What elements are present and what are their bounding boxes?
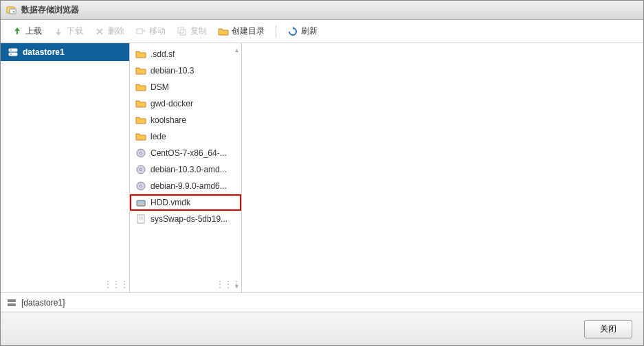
move-icon (135, 26, 146, 37)
file-icon (135, 214, 146, 224)
svg-point-9 (10, 54, 12, 55)
datastore-browser-icon (6, 5, 17, 16)
upload-label: 上载 (25, 25, 42, 37)
copy-label: 复制 (190, 25, 207, 37)
refresh-icon (287, 26, 298, 37)
file-name: sysSwap-ds-5db19... (151, 214, 227, 224)
svg-rect-6 (9, 49, 17, 51)
file-item[interactable]: DSM (130, 79, 241, 95)
file-item[interactable]: sysSwap-ds-5db19... (130, 211, 241, 227)
svg-point-2 (13, 10, 15, 12)
file-list-pane: ▴ .sdd.sfdebian-10.3DSMgwd-dockerkoolsha… (130, 43, 242, 292)
file-item[interactable]: HDD.vmdk (130, 194, 241, 211)
move-button: 移动 (131, 23, 170, 39)
refresh-label: 刷新 (301, 25, 318, 37)
svg-point-15 (140, 185, 142, 187)
datastore-pane: datastore1 ⋮⋮⋮ (1, 43, 130, 292)
svg-rect-3 (137, 29, 142, 34)
folder-icon (135, 82, 146, 93)
download-label: 下载 (67, 25, 83, 37)
folder-icon (135, 131, 146, 142)
svg-rect-1 (10, 9, 16, 14)
iso-icon (135, 181, 146, 192)
file-name: debian-10.3 (151, 66, 194, 76)
svg-rect-18 (137, 215, 144, 223)
iso-icon (135, 148, 146, 159)
breadcrumb-path: [datastore1] (21, 298, 65, 308)
folder-add-icon (218, 26, 229, 37)
file-item[interactable]: debian-10.3 (130, 62, 241, 79)
svg-rect-22 (8, 299, 16, 302)
delete-icon (94, 26, 105, 37)
toolbar: 上载 下载 删除 移动 复制 创建目录 刷新 (1, 20, 643, 43)
download-button: 下载 (49, 23, 87, 39)
create-dir-label: 创建目录 (232, 25, 265, 37)
close-button[interactable]: 关闭 (584, 320, 632, 338)
main-area: datastore1 ⋮⋮⋮ ▴ .sdd.sfdebian-10.3DSMgw… (1, 43, 643, 293)
file-name: gwd-docker (151, 99, 193, 108)
datastore-name: datastore1 (23, 47, 65, 57)
footer: 关闭 (1, 312, 643, 345)
file-name: koolshare (151, 115, 186, 125)
create-directory-button[interactable]: 创建目录 (214, 23, 269, 39)
detail-pane (242, 43, 643, 292)
file-name: DSM (151, 82, 169, 92)
file-name: debian-9.9.0-amd6... (151, 181, 227, 191)
file-name: HDD.vmdk (151, 198, 190, 207)
folder-icon (135, 49, 146, 60)
disk-icon (135, 197, 146, 208)
delete-label: 删除 (108, 25, 124, 37)
file-item[interactable]: gwd-docker (130, 95, 241, 112)
file-item[interactable]: CentOS-7-x86_64-... (130, 145, 241, 161)
drag-handle-icon[interactable]: ⋮⋮⋮ (103, 279, 128, 290)
svg-rect-23 (8, 303, 16, 306)
file-list: .sdd.sfdebian-10.3DSMgwd-dockerkoolshare… (130, 43, 241, 292)
svg-point-13 (140, 169, 142, 171)
folder-icon (135, 115, 146, 126)
toolbar-separator (276, 25, 276, 38)
drag-handle-icon[interactable]: ⋮⋮⋮ (215, 279, 240, 290)
download-icon (53, 26, 64, 37)
titlebar: 数据存储浏览器 (1, 1, 643, 20)
svg-rect-5 (180, 30, 186, 35)
file-name: CentOS-7-x86_64-... (151, 148, 227, 158)
datastore-icon (6, 297, 17, 308)
scroll-up-icon[interactable]: ▴ (235, 46, 238, 54)
move-label: 移动 (149, 25, 166, 37)
file-item[interactable]: koolshare (130, 112, 241, 128)
upload-button[interactable]: 上载 (8, 23, 46, 39)
svg-rect-17 (137, 201, 144, 203)
svg-point-8 (10, 49, 12, 51)
file-item[interactable]: debian-9.9.0-amd6... (130, 178, 241, 194)
datastore-icon (8, 47, 19, 58)
refresh-button[interactable]: 刷新 (283, 23, 322, 39)
delete-button: 删除 (90, 23, 129, 39)
datastore-item[interactable]: datastore1 (1, 43, 129, 61)
copy-button: 复制 (173, 23, 211, 39)
copy-icon (177, 26, 188, 37)
file-item[interactable]: lede (130, 128, 241, 145)
file-name: .sdd.sf (151, 49, 175, 59)
file-name: lede (151, 132, 166, 141)
upload-icon (12, 26, 23, 37)
svg-rect-7 (9, 53, 17, 56)
folder-icon (135, 98, 146, 109)
svg-rect-4 (178, 27, 184, 33)
breadcrumb: [datastore1] (1, 293, 643, 312)
file-item[interactable]: .sdd.sf (130, 46, 241, 62)
svg-point-11 (140, 152, 142, 154)
window-title: 数据存储浏览器 (21, 4, 79, 16)
file-name: debian-10.3.0-amd... (151, 165, 227, 174)
iso-icon (135, 164, 146, 175)
file-item[interactable]: debian-10.3.0-amd... (130, 161, 241, 178)
folder-icon (135, 65, 146, 76)
